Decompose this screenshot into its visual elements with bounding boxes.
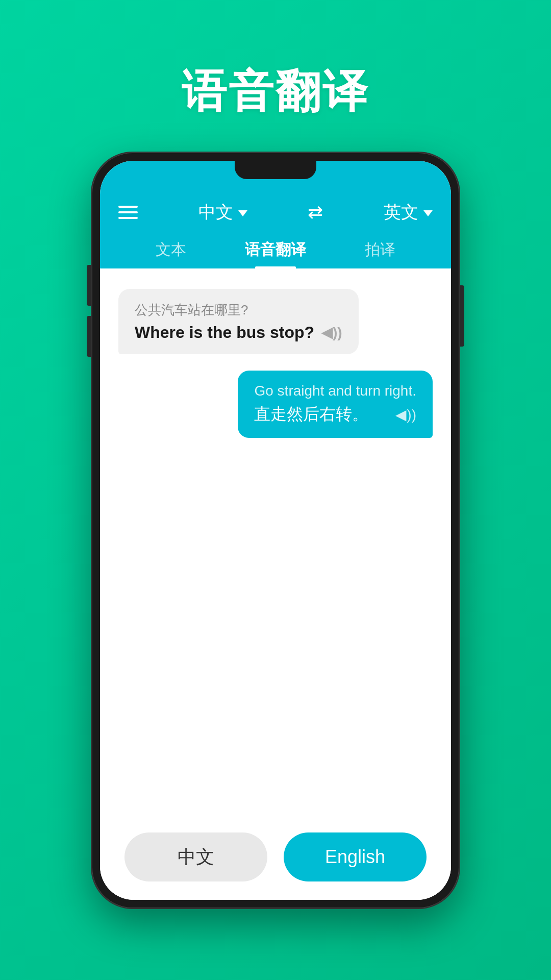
bubble-left: 公共汽车站在哪里? Where is the bus stop? ◀)) [118, 289, 359, 354]
header-top: 中文 ⇄ 英文 [118, 201, 433, 232]
tab-voice-translate[interactable]: 语音翻译 [223, 232, 328, 268]
message-original-right: Go straight and turn right. [254, 383, 416, 399]
message-translation-right: 直走然后右转。 ◀)) [254, 403, 416, 426]
tab-text[interactable]: 文本 [118, 232, 223, 268]
target-language-selector[interactable]: 英文 [384, 201, 433, 224]
page-title: 语音翻译 [182, 61, 369, 122]
camera-notch [235, 161, 316, 179]
notch-area [100, 161, 451, 191]
source-lang-chevron-icon [238, 210, 247, 216]
message-original-left: 公共汽车站在哪里? [135, 301, 342, 319]
sound-icon-right[interactable]: ◀)) [395, 406, 416, 423]
bubble-right: Go straight and turn right. 直走然后右转。 ◀)) [238, 371, 433, 438]
chinese-language-button[interactable]: 中文 [124, 832, 267, 881]
message-translation-left: Where is the bus stop? ◀)) [135, 323, 342, 342]
target-language-label: 英文 [384, 201, 418, 224]
message-right: Go straight and turn right. 直走然后右转。 ◀)) [238, 371, 433, 438]
phone-device: 中文 ⇄ 英文 文本 语音翻译 拍译 [92, 153, 459, 908]
target-lang-chevron-icon [423, 210, 433, 216]
swap-languages-button[interactable]: ⇄ [308, 202, 323, 223]
app-header: 中文 ⇄ 英文 文本 语音翻译 拍译 [100, 191, 451, 268]
menu-button[interactable] [118, 206, 138, 219]
tab-bar: 文本 语音翻译 拍译 [118, 232, 433, 268]
tab-photo[interactable]: 拍译 [328, 232, 433, 268]
phone-screen: 中文 ⇄ 英文 文本 语音翻译 拍译 [100, 161, 451, 900]
bottom-bar: 中文 English [100, 820, 451, 900]
english-language-button[interactable]: English [284, 832, 427, 881]
chat-area: 公共汽车站在哪里? Where is the bus stop? ◀)) Go … [100, 268, 451, 820]
message-left: 公共汽车站在哪里? Where is the bus stop? ◀)) [118, 289, 359, 354]
sound-icon-left[interactable]: ◀)) [321, 324, 342, 341]
source-language-label: 中文 [198, 201, 233, 224]
source-language-selector[interactable]: 中文 [198, 201, 247, 224]
